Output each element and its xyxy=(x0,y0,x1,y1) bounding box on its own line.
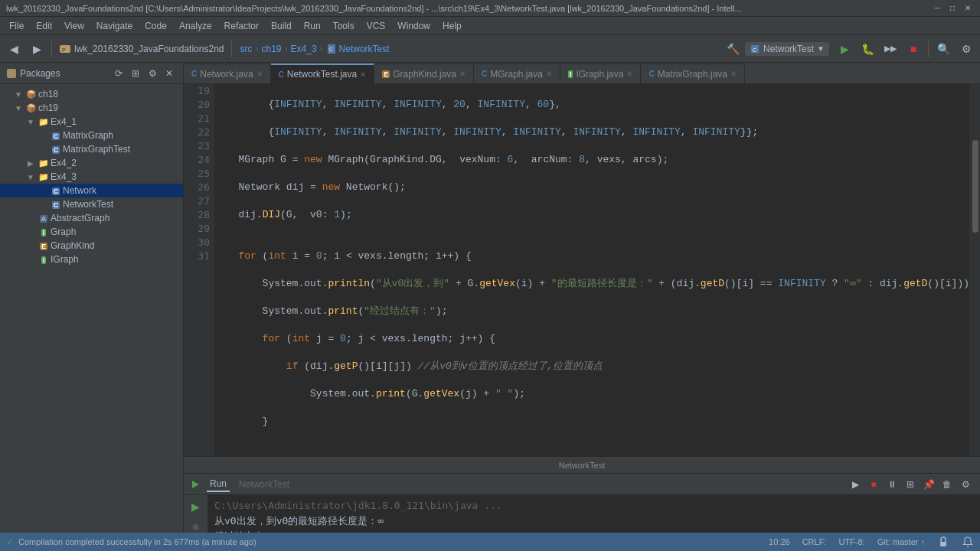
breadcrumb-networktest[interactable]: NetworkTest xyxy=(339,44,390,54)
maximize-button[interactable]: □ xyxy=(946,2,959,15)
tree-item-ex43[interactable]: ▼ 📁 Ex4_3 xyxy=(0,170,183,184)
menu-analyze[interactable]: Analyze xyxy=(173,19,218,33)
menu-view[interactable]: View xyxy=(58,19,90,33)
run-tab[interactable]: Run xyxy=(207,477,230,492)
tab-close-igraph[interactable]: ✕ xyxy=(626,70,632,78)
tab-bar: C Network.java ✕ C NetworkTest.java ✕ E … xyxy=(184,63,980,84)
tab-matrixgraph[interactable]: C MatrixGraph.java ✕ xyxy=(641,64,745,83)
breadcrumb-src[interactable]: src xyxy=(240,44,253,54)
breadcrumb-ch19[interactable]: ch19 xyxy=(262,44,282,54)
status-crlf[interactable]: CRLF: xyxy=(802,537,827,546)
toolbar-forward-btn[interactable]: ▶ xyxy=(26,38,47,60)
status-position[interactable]: 10:26 xyxy=(769,537,790,546)
sidebar-title: Packages xyxy=(20,68,108,79)
tree-label-graphkind: GraphKind xyxy=(51,240,94,251)
code-editor[interactable]: 19 20 21 22 23 24 25 26 27 28 29 30 31 {… xyxy=(184,84,980,456)
breadcrumb-ex43[interactable]: Ex4_3 xyxy=(291,44,317,54)
close-icon[interactable]: ✕ xyxy=(162,66,177,81)
status-git[interactable]: Git: master ↑ xyxy=(877,537,925,546)
editor-run-container: C Network.java ✕ C NetworkTest.java ✕ E … xyxy=(184,63,980,533)
status-encoding[interactable]: UTF-8: xyxy=(838,537,864,546)
svg-text:C: C xyxy=(753,47,756,53)
expand-btn[interactable]: ⊞ xyxy=(128,66,143,81)
interface-icon-graph: I xyxy=(37,227,51,236)
sync-btn[interactable]: ⟳ xyxy=(111,66,126,81)
toolbar: ◀ ▶ P lwk_20162330_JavaFoundations2nd sr… xyxy=(0,35,980,63)
tree-label-abstractgraph: AbstractGraph xyxy=(51,213,109,223)
toolbar-back-btn[interactable]: ◀ xyxy=(3,38,24,60)
run-button[interactable]: ▶ xyxy=(834,38,855,60)
menu-window[interactable]: Window xyxy=(391,19,436,33)
tree-item-networktest[interactable]: C NetworkTest xyxy=(0,197,183,211)
run-output[interactable]: C:\Users\Administrator\jdk1.8.0_121\bin\… xyxy=(208,495,980,533)
svg-rect-8 xyxy=(940,542,946,546)
svg-rect-6 xyxy=(7,69,16,78)
close-button[interactable]: ✕ xyxy=(962,2,974,15)
menu-navigate[interactable]: Navigate xyxy=(90,19,139,33)
breadcrumb: src › ch19 › Ex4_3 › C NetworkTest xyxy=(236,44,721,54)
editor-footer-label: NetworkTest xyxy=(559,461,606,470)
tab-close-mgraph[interactable]: ✕ xyxy=(546,70,552,78)
tree-item-abstractgraph[interactable]: A AbstractGraph xyxy=(0,211,183,225)
menu-vcs[interactable]: VCS xyxy=(361,19,392,33)
pause-btn[interactable]: ⏸ xyxy=(884,476,900,493)
pin-tab-btn[interactable]: 📌 xyxy=(920,476,937,493)
tree-item-ch19[interactable]: ▼ 📦 ch19 xyxy=(0,101,183,115)
tree-item-ch18[interactable]: ▼ 📦 ch18 xyxy=(0,87,183,101)
tree-item-graph[interactable]: I Graph xyxy=(0,225,183,239)
clear-btn[interactable]: 🗑 xyxy=(939,476,956,493)
tree-item-network[interactable]: C Network xyxy=(0,184,183,197)
tab-networktest[interactable]: C NetworkTest.java ✕ xyxy=(271,64,375,83)
svg-text:C: C xyxy=(329,47,333,52)
menu-build[interactable]: Build xyxy=(265,19,298,33)
menu-help[interactable]: Help xyxy=(436,19,468,33)
tree-item-igraph[interactable]: I IGraph xyxy=(0,253,183,266)
status-message: Compilation completed successfully in 2s… xyxy=(18,537,256,546)
settings-run-btn[interactable]: ⚙ xyxy=(957,476,974,493)
menu-tools[interactable]: Tools xyxy=(327,19,361,33)
run-stop-left-btn[interactable]: ■ xyxy=(188,518,204,533)
tab-close-network[interactable]: ✕ xyxy=(256,70,263,78)
menu-code[interactable]: Code xyxy=(139,19,173,33)
coverage-button[interactable]: ▶▶ xyxy=(880,38,901,60)
stop-run-btn[interactable]: ■ xyxy=(865,476,882,493)
menu-run[interactable]: Run xyxy=(298,19,327,33)
tree-item-graphkind[interactable]: E GraphKind xyxy=(0,239,183,253)
code-content[interactable]: {INFINITY, INFINITY, INFINITY, 20, INFIN… xyxy=(214,84,969,456)
build-btn[interactable]: 🔨 xyxy=(722,38,743,60)
tab-graphkind[interactable]: E GraphKind.java ✕ xyxy=(374,64,474,83)
toolbar-sep2 xyxy=(231,41,232,57)
minimize-button[interactable]: ─ xyxy=(931,2,943,15)
scroll-thumb[interactable] xyxy=(972,140,978,233)
enum-icon: E xyxy=(37,241,51,250)
settings-button[interactable]: ⚙ xyxy=(956,38,977,60)
run-rerun-left-btn[interactable]: ▶ xyxy=(188,498,204,515)
tab-close-networktest[interactable]: ✕ xyxy=(360,70,366,79)
tab-icon-igraph: I xyxy=(568,70,573,78)
stop-button[interactable]: ■ xyxy=(903,38,924,60)
tree-item-matrixgraph[interactable]: C MatrixGraph xyxy=(0,129,183,142)
gear-icon[interactable]: ⚙ xyxy=(145,66,160,81)
tab-close-graphkind[interactable]: ✕ xyxy=(459,70,466,78)
sidebar-header: Packages ⟳ ⊞ ⚙ ✕ xyxy=(0,63,183,84)
tab-network[interactable]: C Network.java ✕ xyxy=(184,64,271,83)
restore-layout-btn[interactable]: ⊞ xyxy=(902,476,919,493)
tab-icon-networktest: C xyxy=(279,70,284,79)
menu-bar: File Edit View Navigate Code Analyze Ref… xyxy=(0,17,980,35)
debug-button[interactable]: 🐛 xyxy=(857,38,878,60)
tree-item-ex41[interactable]: ▼ 📁 Ex4_1 xyxy=(0,115,183,129)
rerun-btn[interactable]: ▶ xyxy=(847,476,864,493)
menu-file[interactable]: File xyxy=(3,19,30,33)
sidebar: Packages ⟳ ⊞ ⚙ ✕ ▼ 📦 ch18 ▼ 📦 ch19 xyxy=(0,63,184,533)
tree-item-ex42[interactable]: ▶ 📁 Ex4_2 xyxy=(0,156,183,170)
menu-edit[interactable]: Edit xyxy=(30,19,58,33)
menu-refactor[interactable]: Refactor xyxy=(218,19,265,33)
tree-label-graph: Graph xyxy=(51,227,76,237)
output-cmd: C:\Users\Administrator\jdk1.8.0_121\bin\… xyxy=(214,498,974,514)
tab-mgraph[interactable]: C MGraph.java ✕ xyxy=(474,64,560,83)
run-config[interactable]: C NetworkTest ▼ xyxy=(745,42,829,56)
tab-close-matrixgraph[interactable]: ✕ xyxy=(730,70,737,78)
find-button[interactable]: 🔍 xyxy=(933,38,954,60)
tree-item-matrixgraphtest[interactable]: C MatrixGraphTest xyxy=(0,142,183,156)
tab-igraph[interactable]: I IGraph.java ✕ xyxy=(560,64,642,83)
